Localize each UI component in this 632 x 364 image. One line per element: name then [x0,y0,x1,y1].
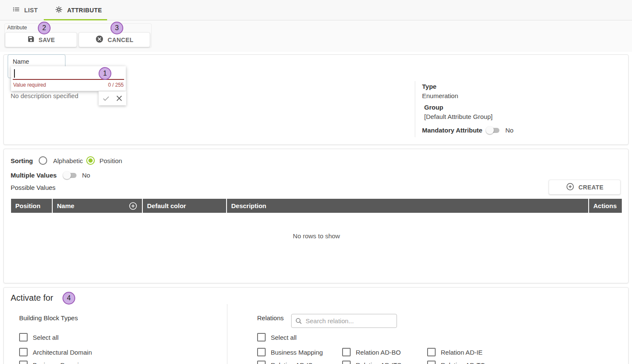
relation-item-row: Relation AD-BO [342,348,401,356]
annotation-circle-3: 3 [111,22,123,34]
type-label: Type [422,83,436,90]
character-counter: 0 / 255 [108,82,124,88]
checkbox-relation-ad-tc[interactable] [427,361,436,364]
relation-search [291,314,397,328]
relation-item-row: Business Mapping [257,348,323,356]
annotation-circle-2: 2 [38,22,51,34]
hub-icon [54,5,63,15]
tab-list-label: LIST [24,7,38,14]
name-field-label: Name [13,58,29,65]
description-placeholder: No description specified [11,92,78,99]
multiple-values-value: No [82,172,90,179]
bbt-select-all-label[interactable]: Select all [33,334,59,341]
type-value: Enumeration [422,92,458,99]
relation-search-input[interactable] [306,317,393,324]
group-value[interactable]: [Default Attribute Group] [424,113,493,120]
column-header-default-color[interactable]: Default color [143,199,226,213]
relations-select-all-label[interactable]: Select all [271,334,297,341]
checkbox-business-domain[interactable] [19,361,28,364]
tab-bar: LIST ATTRIBUTE [0,0,632,20]
multiple-values-label: Multiple Values [11,172,57,179]
possible-values-card: Sorting Alphabetic Position Multiple Val… [3,149,629,283]
tab-list[interactable]: LIST [12,0,38,20]
group-label: Group [424,104,443,111]
close-icon[interactable] [115,94,123,102]
possible-values-table: Position Name Default color Description … [11,199,622,213]
tab-attribute-label: ATTRIBUTE [67,7,102,14]
mandatory-attribute-toggle[interactable] [486,126,500,134]
close-circle-icon [95,35,104,45]
relations-select-all-row: Select all [257,333,297,341]
attribute-detail-card: Name Value required 0 / 255 No descripti… [3,54,629,145]
detail-divider [415,81,415,137]
floppy-disk-icon [27,35,35,44]
edit-confirm-bar [99,91,126,105]
annotation-circle-1: 1 [99,67,111,80]
possible-values-label: Possible Values [11,184,56,191]
activate-for-card: Activate for Building Block Types Select… [3,287,629,364]
list-icon [12,5,20,15]
save-button[interactable]: SAVE [5,32,77,47]
radio-alphabetic-label[interactable]: Alphabetic [53,157,83,164]
plus-circle-icon [566,182,575,192]
save-button-label: SAVE [39,37,55,43]
validation-error-text: Value required [13,82,46,88]
table-empty-message: No rows to show [11,232,622,240]
checkbox-relation-ad-ie[interactable] [427,348,436,356]
relation-item-row: Relation AD-TC [427,361,485,364]
multiple-values-toggle[interactable] [63,171,77,179]
building-block-types-label: Building Block Types [19,314,78,322]
toolbar: Attribute SAVE CANCEL [0,20,632,52]
text-caret [14,69,15,78]
checkbox-architectural-domain[interactable] [19,348,28,356]
cancel-button[interactable]: CANCEL [79,32,150,47]
bbt-item-row: Architectural Domain [19,348,92,356]
column-header-description[interactable]: Description [227,199,588,213]
column-header-name[interactable]: Name [53,199,142,213]
checkbox-bbt-select-all[interactable] [19,333,28,341]
create-button[interactable]: CREATE [549,180,621,195]
annotation-circle-4: 4 [62,292,75,305]
add-value-icon[interactable] [128,201,138,211]
attribute-fieldset-legend: Attribute [7,25,27,31]
tab-attribute[interactable]: ATTRIBUTE [54,0,102,20]
checkbox-relation-ad-bo[interactable] [342,348,351,356]
checkbox-relation-ad-is[interactable] [257,361,266,364]
column-header-actions[interactable]: Actions [589,199,622,213]
activate-for-divider [227,304,227,364]
relation-item-row: Relation AD-ITS [342,361,402,364]
cancel-button-label: CANCEL [108,37,133,43]
activate-for-title: Activate for [11,293,53,303]
sorting-label: Sorting [11,157,33,164]
relations-label: Relations [257,314,284,322]
radio-position[interactable] [86,156,95,165]
relation-item-row: Relation AD-IE [427,348,482,356]
mandatory-attribute-label: Mandatory Attribute [422,127,482,134]
check-icon[interactable] [102,94,110,102]
name-input[interactable] [14,68,111,79]
mandatory-attribute-value: No [505,127,513,134]
radio-alphabetic[interactable] [39,156,47,165]
search-icon [295,317,303,325]
checkbox-business-mapping[interactable] [257,348,266,356]
radio-position-label[interactable]: Position [99,157,122,164]
bbt-select-all-row: Select all [19,333,59,341]
relation-item-row: Relation AD-IS [257,361,312,364]
checkbox-relations-select-all[interactable] [257,333,266,341]
bbt-item-row: Business Domain [19,361,82,364]
checkbox-relation-ad-its[interactable] [342,361,351,364]
table-header-row: Position Name Default color Description … [11,199,622,213]
create-button-label: CREATE [578,184,604,191]
column-header-position[interactable]: Position [11,199,52,213]
